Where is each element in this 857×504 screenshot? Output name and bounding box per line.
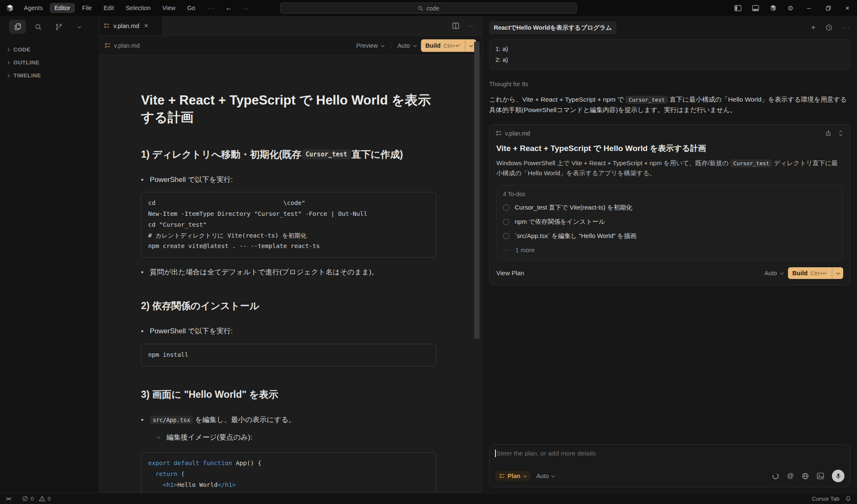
- build-label: Build: [426, 42, 441, 49]
- chat-title-tab[interactable]: ReactでHello Worldを表示するプログラム: [489, 21, 616, 34]
- search-text: code: [426, 5, 439, 12]
- bullet-icon: •: [141, 414, 144, 425]
- new-chat-icon[interactable]: +: [811, 23, 816, 32]
- plan-card-actions: [825, 130, 843, 136]
- voice-mic-icon[interactable]: [832, 470, 844, 482]
- model-dropdown[interactable]: Auto: [398, 42, 416, 49]
- cursor-tab-toggle[interactable]: Cursor Tab: [812, 496, 839, 502]
- tab-close-icon[interactable]: ✕: [144, 23, 149, 29]
- code-line: npm install: [148, 350, 429, 361]
- cursor-cube-icon[interactable]: [764, 0, 782, 16]
- window-minimize-icon[interactable]: ─: [799, 0, 819, 16]
- checklist-icon: [496, 130, 502, 136]
- plan-card: v.plan.md: [489, 124, 850, 285]
- command-search-input[interactable]: code: [280, 3, 577, 14]
- menu-more-icon[interactable]: ···: [203, 5, 221, 11]
- explorer-files-icon[interactable]: [9, 20, 26, 34]
- agent-chat-panel: ReactでHello Worldを表示するプログラム + ··· 1: a): [482, 16, 857, 493]
- checklist-icon: [500, 473, 505, 478]
- search-sidebar-icon[interactable]: [30, 20, 46, 34]
- left-sidebar: CODE OUTLINE TIMELINE: [0, 16, 99, 493]
- chat-header-actions: + ···: [811, 23, 850, 32]
- settings-gear-icon[interactable]: ⚙: [782, 0, 799, 16]
- inline-code: Cursor_test: [626, 96, 667, 104]
- editor-more-icon[interactable]: ···: [467, 23, 475, 29]
- sub-list-item: ○ 編集後イメージ(要点のみ):: [157, 432, 436, 443]
- thought-duration[interactable]: Thought for 8s: [489, 81, 850, 87]
- checklist-icon: [105, 43, 110, 48]
- chevron-down-icon: [780, 271, 783, 274]
- expand-collapse-icon[interactable]: [838, 130, 843, 136]
- todos-more[interactable]: ··· 1 more: [503, 246, 836, 253]
- breadcrumb[interactable]: v.plan.md: [105, 42, 140, 49]
- editor-scrollbar[interactable]: [474, 42, 480, 339]
- nav-forward-icon[interactable]: →: [237, 4, 254, 12]
- window-close-icon[interactable]: ✕: [838, 0, 857, 16]
- statusbar-right: Cursor Tab: [812, 496, 851, 502]
- checklist-icon: [104, 23, 110, 28]
- code-line: <h1>Hello World</h1>: [148, 480, 429, 491]
- doc-heading-3: 3) 画面に "Hello World" を表示: [141, 388, 436, 401]
- mode-plan-dropdown[interactable]: Plan: [495, 471, 531, 481]
- split-editor-icon[interactable]: [452, 23, 459, 29]
- preview-dropdown[interactable]: Preview: [356, 42, 384, 49]
- todo-circle-icon[interactable]: [503, 233, 509, 239]
- build-button[interactable]: Build Ctrl+↵: [421, 39, 465, 52]
- image-attach-icon[interactable]: [817, 473, 824, 479]
- markdown-preview: Vite + React + TypeScript で Hello World …: [99, 55, 482, 493]
- model-label: Auto: [765, 270, 777, 276]
- plan-card-footer: View Plan Auto Build Ctrl+↵: [496, 267, 843, 279]
- list-item: • PowerShell で以下を実行:: [141, 174, 436, 185]
- sidebar-item-code[interactable]: CODE: [0, 43, 99, 56]
- menu-go[interactable]: Go: [182, 3, 200, 13]
- menu-view[interactable]: View: [158, 3, 180, 13]
- plan-footer-controls: Auto Build Ctrl+↵: [765, 267, 843, 279]
- sidebar-section-label: CODE: [13, 46, 31, 53]
- editor-group: v.plan.md ✕ ···: [99, 16, 482, 493]
- export-icon[interactable]: [825, 130, 831, 136]
- ellipsis-icon: ···: [503, 247, 510, 253]
- tab-vplan[interactable]: v.plan.md ✕: [99, 16, 163, 36]
- view-plan-link[interactable]: View Plan: [496, 269, 524, 276]
- chat-messages: 1: a) 2: a) Thought for 8s これから、Vite + R…: [482, 39, 857, 493]
- todo-item: npm で依存関係をインストール: [503, 218, 836, 226]
- views-chevron-down-icon[interactable]: [71, 20, 87, 34]
- mention-at-icon[interactable]: @: [787, 472, 794, 480]
- model-dropdown[interactable]: Auto: [765, 270, 783, 276]
- menu-editor[interactable]: Editor: [50, 3, 75, 13]
- history-clock-icon[interactable]: [826, 24, 832, 31]
- model-dropdown[interactable]: Auto: [536, 473, 554, 479]
- plan-file-name: v.plan.md: [505, 130, 530, 137]
- toggle-panel-icon[interactable]: [747, 0, 764, 16]
- source-control-icon[interactable]: [50, 20, 67, 34]
- menu-file[interactable]: File: [77, 3, 96, 13]
- doc-heading-2: 2) 依存関係のインストール: [141, 299, 436, 312]
- plan-description: Windows PowerShell 上で Vite + React + Typ…: [496, 158, 843, 178]
- todo-circle-icon[interactable]: [503, 205, 509, 211]
- chat-more-icon[interactable]: ···: [842, 25, 850, 31]
- bullet-icon: •: [141, 326, 144, 337]
- menu-edit[interactable]: Edit: [99, 3, 118, 13]
- list-text: 編集後イメージ(要点のみ):: [167, 432, 252, 443]
- input-controls: Plan Auto: [495, 470, 844, 482]
- input-placeholder-row: Steer the plan, or add more details: [495, 450, 844, 457]
- todo-circle-icon[interactable]: [503, 219, 509, 225]
- remote-indicator-icon[interactable]: ><: [6, 496, 10, 502]
- list-text: PowerShell で以下を実行:: [150, 174, 233, 185]
- sidebar-item-outline[interactable]: OUTLINE: [0, 56, 99, 69]
- menu-selection[interactable]: Selection: [121, 3, 155, 13]
- assistant-reply: これから、Vite + React + TypeScript + npm で C…: [489, 94, 850, 115]
- toggle-sidebar-icon[interactable]: [729, 0, 747, 16]
- nav-back-icon[interactable]: ←: [221, 4, 237, 12]
- notifications-bell-icon[interactable]: [845, 496, 851, 502]
- web-globe-icon[interactable]: [802, 473, 809, 480]
- build-split-button: Build Ctrl+↵: [788, 267, 843, 279]
- problems-indicator[interactable]: 0 0: [22, 496, 51, 502]
- breadcrumb-file: v.plan.md: [114, 42, 140, 49]
- window-restore-icon[interactable]: [819, 0, 838, 16]
- chat-input-box[interactable]: Steer the plan, or add more details Plan: [489, 444, 850, 487]
- build-dropdown-icon[interactable]: [832, 267, 843, 279]
- sidebar-item-timeline[interactable]: TIMELINE: [0, 69, 99, 82]
- build-button[interactable]: Build Ctrl+↵: [788, 267, 832, 279]
- menu-agents[interactable]: Agents: [19, 3, 47, 13]
